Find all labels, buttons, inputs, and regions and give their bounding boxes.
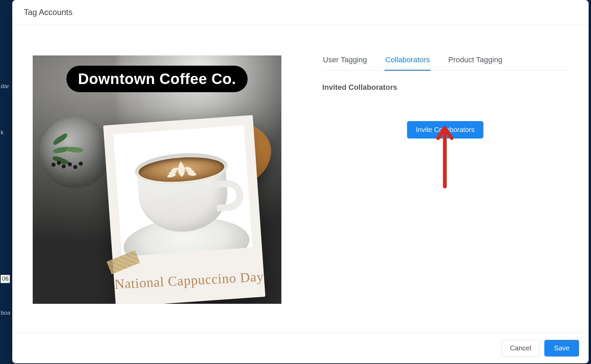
tag-tabs: User Tagging Collaborators Product Taggi… bbox=[322, 55, 568, 71]
modal-title: Tag Accounts bbox=[24, 7, 577, 17]
modal-footer: Cancel Save bbox=[12, 333, 589, 363]
tab-user-tagging[interactable]: User Tagging bbox=[322, 55, 368, 71]
invited-collaborators-heading: Invited Collaborators bbox=[322, 83, 568, 92]
tab-collaborators[interactable]: Collaborators bbox=[385, 55, 431, 71]
backdrop-text: k bbox=[1, 129, 4, 136]
backdrop-text: dar bbox=[1, 83, 9, 90]
backdrop-text: boa bbox=[1, 310, 10, 316]
cancel-button[interactable]: Cancel bbox=[501, 340, 540, 357]
post-image-preview[interactable]: National Cappuccino Day Downtown Coffee … bbox=[33, 55, 281, 304]
latte-art-icon bbox=[160, 159, 202, 179]
modal-header: Tag Accounts bbox=[12, 0, 589, 25]
save-button[interactable]: Save bbox=[544, 340, 579, 357]
image-title-pill: Downtown Coffee Co. bbox=[66, 66, 248, 92]
tab-product-tagging[interactable]: Product Tagging bbox=[448, 55, 503, 71]
right-panel: User Tagging Collaborators Product Taggi… bbox=[322, 55, 568, 322]
invite-collaborators-button[interactable]: Invite Collaborators bbox=[407, 121, 483, 138]
modal-body: National Cappuccino Day Downtown Coffee … bbox=[12, 25, 589, 333]
backdrop-text: 06 bbox=[1, 275, 10, 283]
tag-accounts-modal: Tag Accounts bbox=[12, 0, 589, 363]
image-address: 101 Water Street bbox=[33, 286, 281, 296]
